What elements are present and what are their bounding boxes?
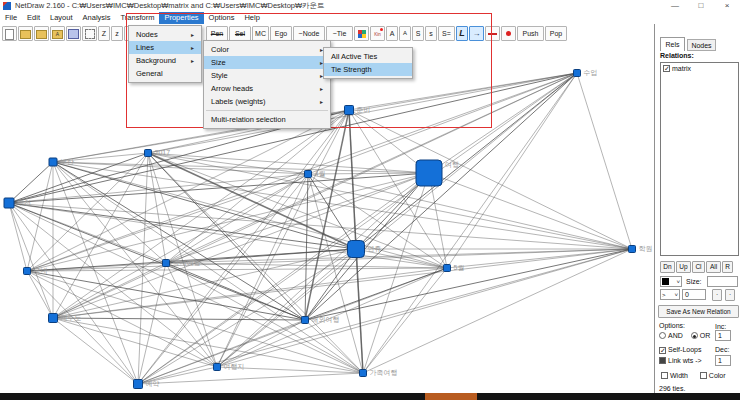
graph-edge	[166, 263, 217, 367]
threshold-value-input[interactable]: 0	[682, 289, 706, 300]
menu-item-arrow-heads[interactable]: Arrow heads▸	[204, 82, 330, 95]
graph-node-학원[interactable]	[629, 246, 636, 253]
menu-file[interactable]: File	[0, 12, 22, 24]
relation-checkbox[interactable]	[663, 65, 670, 72]
menu-item-color[interactable]: Color▸	[204, 43, 330, 56]
menu-item-all-active-ties[interactable]: All Active Ties	[324, 50, 412, 63]
menu-item-tie-strength[interactable]: Tie Strength	[324, 63, 412, 76]
spinner-down-button[interactable]: ·	[725, 289, 735, 301]
line-color-dropdown[interactable]: ˅	[660, 276, 682, 287]
color-checkbox[interactable]	[700, 372, 707, 379]
graph-node-여행[interactable]	[416, 160, 442, 186]
menu-item-background[interactable]: Background▸	[129, 54, 201, 67]
graph-node-추천[interactable]	[4, 198, 14, 208]
self-loops-checkbox[interactable]	[659, 347, 666, 354]
size-input[interactable]	[707, 276, 738, 287]
graph-node-연휴[interactable]	[348, 241, 365, 258]
menu-item-size[interactable]: Size▸	[204, 56, 330, 69]
graph-edge	[9, 173, 429, 203]
graph-node-2017[interactable]	[145, 150, 152, 157]
toolbar-button-pop[interactable]: Pop	[545, 26, 567, 41]
color-swatch	[662, 278, 669, 285]
taskbar[interactable]	[0, 393, 740, 400]
graph-node-부산[interactable]	[49, 158, 57, 166]
folder-attributes-icon[interactable]: A	[50, 26, 65, 41]
relation-item-matrix[interactable]: matrix	[661, 63, 738, 74]
properties-menu: Nodes▸Lines▸Background▸General	[128, 25, 202, 83]
graph-edge	[9, 174, 308, 203]
graph-edge	[577, 73, 632, 249]
panel-button-r[interactable]: R	[722, 261, 733, 273]
menu-edit[interactable]: Edit	[22, 12, 45, 24]
taskbar-accent-segment	[425, 393, 477, 400]
graph-node-label: 제주도	[60, 314, 82, 321]
open-folder-icon[interactable]	[18, 26, 33, 41]
graph-node-국내[interactable]	[24, 268, 31, 275]
app-icon	[3, 2, 11, 10]
graph-node-label: 부산	[60, 158, 74, 165]
graph-node-5월[interactable]	[444, 265, 451, 272]
minimize-button[interactable]: —	[662, 0, 688, 12]
graph-node-해외여행[interactable]	[302, 317, 309, 324]
graph-edge	[166, 263, 305, 320]
menu-item-labels-weights-[interactable]: Labels (weights)▸	[204, 95, 330, 108]
chevron-right-icon: ▸	[320, 98, 323, 105]
link-wts-checkbox[interactable]	[659, 357, 666, 364]
width-color-row: Width Color	[661, 372, 726, 379]
toolbar-button-z[interactable]: Z	[98, 26, 110, 41]
spinner-up-button[interactable]: ·	[712, 289, 722, 301]
graph-edge	[148, 153, 429, 173]
toolbar-button-push[interactable]: Push	[517, 26, 544, 41]
close-button[interactable]: ×	[714, 0, 740, 12]
maximize-button[interactable]: □	[688, 0, 714, 12]
width-checkbox[interactable]	[661, 372, 668, 379]
dec-input[interactable]: 1	[715, 355, 731, 366]
self-loops-row: Self-Loops	[659, 346, 701, 354]
graph-node-label: 예약	[146, 380, 160, 387]
or-radio[interactable]	[691, 332, 698, 339]
menu-analysis[interactable]: Analysis	[78, 12, 116, 24]
and-radio[interactable]	[659, 332, 666, 339]
folder-icon[interactable]	[34, 26, 49, 41]
threshold-op-dropdown[interactable]: >˅	[660, 289, 680, 300]
graph-node-제주도[interactable]	[49, 314, 58, 323]
graph-node-수업[interactable]	[574, 70, 581, 77]
chevron-right-icon: ▸	[191, 31, 194, 38]
menu-item-lines[interactable]: Lines▸	[129, 41, 201, 54]
graph-node-4월[interactable]	[305, 171, 312, 178]
toolbar-button-z[interactable]: z	[111, 26, 123, 41]
lines-submenu: Color▸Size▸Style▸Arrow heads▸Labels (wei…	[203, 40, 331, 129]
tab-rels[interactable]: Rels	[660, 37, 685, 51]
new-file-icon[interactable]	[2, 26, 17, 41]
graph-edge	[27, 271, 53, 318]
graph-edge	[356, 249, 363, 373]
menu-item-multi-relation-selection[interactable]: Multi-relation selection	[204, 113, 330, 126]
tab-nodes[interactable]: Nodes	[687, 39, 716, 51]
graph-edge	[27, 174, 308, 271]
chevron-right-icon: ▸	[320, 85, 323, 92]
relations-listbox[interactable]: matrix	[660, 62, 739, 256]
inc-input[interactable]: 1	[715, 330, 731, 341]
monitor-icon[interactable]	[66, 26, 81, 41]
menu-layout[interactable]: Layout	[45, 12, 78, 24]
graph-node-예약[interactable]	[134, 380, 143, 389]
panel-button-dn[interactable]: Dn	[660, 261, 675, 273]
graph-node-label: 연휴	[368, 245, 382, 252]
selection-box-icon[interactable]	[82, 26, 97, 41]
graph-edge	[27, 162, 53, 271]
menu-item-general[interactable]: General	[129, 67, 201, 80]
graph-node-label: 수업	[584, 69, 598, 76]
red-dot-icon[interactable]	[501, 26, 516, 41]
panel-button-all[interactable]: All	[706, 261, 721, 273]
graph-node-여행지[interactable]	[214, 364, 221, 371]
save-as-new-relation-button[interactable]: Save As New Relation	[658, 305, 739, 318]
graph-node-가족여행[interactable]	[360, 370, 367, 377]
menu-item-style[interactable]: Style▸	[204, 69, 330, 82]
menu-separator	[206, 110, 328, 111]
graph-edge	[138, 320, 305, 384]
graph-edge	[166, 173, 429, 263]
menu-item-nodes[interactable]: Nodes▸	[129, 28, 201, 41]
panel-button-up[interactable]: Up	[676, 261, 691, 273]
graph-node-국내여행[interactable]	[163, 260, 170, 267]
panel-button-cl[interactable]: Cl	[692, 261, 705, 273]
